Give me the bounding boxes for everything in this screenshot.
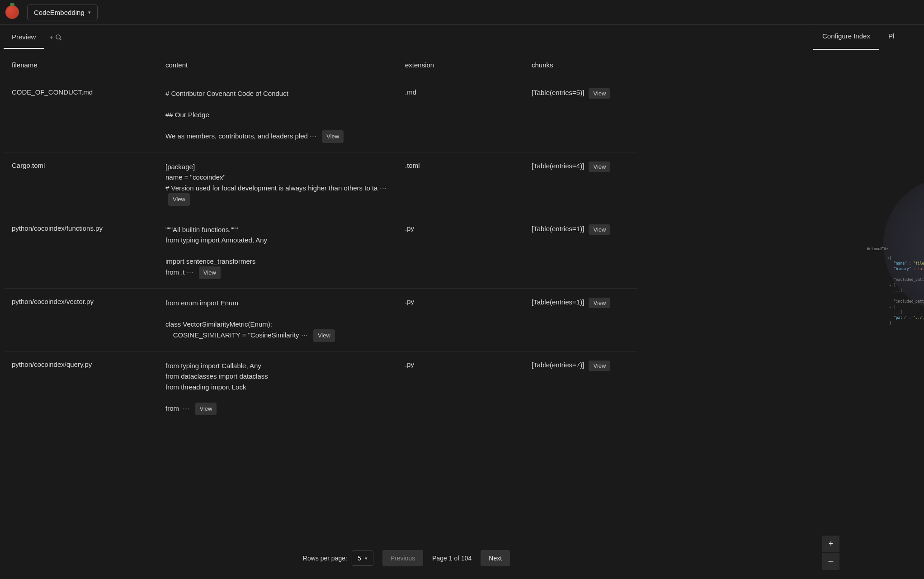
- cell-filename: python/cocoindex/query.py: [5, 351, 158, 425]
- zoom-in-button[interactable]: +: [822, 536, 839, 553]
- tab-configure-label: Configure Index: [822, 32, 870, 40]
- view-chunks-button[interactable]: View: [589, 88, 610, 99]
- graph-canvas[interactable]: LocalFile ▾{ "name" : "files" "binary" :…: [813, 50, 924, 579]
- table-row: CODE_OF_CONDUCT.md# Contributor Covenant…: [5, 79, 637, 152]
- cell-chunks: [Table(entries=4)] View: [524, 152, 637, 215]
- rows-per-page-select[interactable]: 5 ▾: [352, 551, 373, 566]
- cell-chunks: [Table(entries=5)] View: [524, 79, 637, 152]
- view-chunks-button[interactable]: View: [589, 298, 610, 308]
- cell-extension: .py: [398, 289, 524, 351]
- col-content: content: [158, 50, 398, 79]
- cell-content: from enum import Enum class VectorSimila…: [158, 289, 398, 351]
- tab-preview-label: Preview: [12, 33, 36, 41]
- table-row: python/cocoindex/query.pyfrom typing imp…: [5, 351, 637, 425]
- app-logo: [5, 5, 19, 19]
- cell-chunks: [Table(entries=1)] View: [524, 289, 637, 351]
- table-row: Cargo.toml[package] name = "cocoindex" #…: [5, 152, 637, 215]
- cell-extension: .py: [398, 215, 524, 289]
- tab-preview[interactable]: Preview: [4, 26, 44, 49]
- view-content-button[interactable]: View: [199, 266, 221, 279]
- cell-content: [package] name = "cocoindex" # Version u…: [158, 152, 398, 215]
- previous-button[interactable]: Previous: [382, 550, 423, 566]
- zoom-controls: + −: [822, 536, 839, 570]
- view-chunks-button[interactable]: View: [589, 161, 610, 172]
- cell-filename: python/cocoindex/functions.py: [5, 215, 158, 289]
- cell-extension: .py: [398, 351, 524, 425]
- tab-partial[interactable]: Pl: [879, 25, 903, 50]
- view-content-button[interactable]: View: [168, 193, 190, 206]
- data-table: filename content extension chunks CODE_O…: [5, 50, 637, 424]
- view-content-button[interactable]: View: [195, 403, 217, 415]
- project-selector-label: CodeEmbedding: [34, 9, 85, 16]
- node-dot-icon: [867, 247, 870, 250]
- cell-content: from typing import Callable, Any from da…: [158, 351, 398, 425]
- next-button[interactable]: Next: [481, 550, 510, 566]
- cell-content: """All builtin functions.""" from typing…: [158, 215, 398, 289]
- search-icon: [55, 34, 62, 41]
- add-search-tab-button[interactable]: +: [44, 30, 67, 45]
- cell-extension: .toml: [398, 152, 524, 215]
- chevron-down-icon: ▾: [88, 9, 91, 15]
- cell-content: # Contributor Covenant Code of Conduct #…: [158, 79, 398, 152]
- tab-configure-index[interactable]: Configure Index: [813, 25, 879, 50]
- ellipsis-icon: ⋯: [187, 268, 194, 276]
- tab-partial-label: Pl: [888, 32, 894, 40]
- page-info: Page 1 of 104: [432, 555, 471, 562]
- view-content-button[interactable]: View: [313, 329, 335, 342]
- cell-filename: Cargo.toml: [5, 152, 158, 215]
- cell-chunks: [Table(entries=1)] View: [524, 215, 637, 289]
- ellipsis-icon: ⋯: [380, 184, 387, 192]
- view-chunks-button[interactable]: View: [589, 361, 610, 371]
- col-extension: extension: [398, 50, 524, 79]
- view-chunks-button[interactable]: View: [589, 224, 610, 235]
- cell-filename: CODE_OF_CONDUCT.md: [5, 79, 158, 152]
- cell-extension: .md: [398, 79, 524, 152]
- cell-chunks: [Table(entries=7)] View: [524, 351, 637, 425]
- chevron-down-icon: ▾: [365, 555, 368, 561]
- svg-point-0: [56, 35, 60, 39]
- view-content-button[interactable]: View: [322, 130, 344, 143]
- ellipsis-icon: ⋯: [310, 132, 317, 140]
- ellipsis-icon: ⋯: [301, 331, 309, 339]
- table-row: python/cocoindex/functions.py"""All buil…: [5, 215, 637, 289]
- cell-filename: python/cocoindex/vector.py: [5, 289, 158, 351]
- zoom-out-button[interactable]: −: [822, 553, 839, 570]
- ellipsis-icon: ⋯: [183, 404, 190, 412]
- graph-node-radial: [883, 177, 924, 313]
- svg-line-1: [60, 38, 61, 40]
- graph-node-label: LocalFile: [867, 247, 888, 251]
- table-row: python/cocoindex/vector.pyfrom enum impo…: [5, 289, 637, 351]
- plus-icon: +: [49, 34, 53, 41]
- col-chunks: chunks: [524, 50, 637, 79]
- project-selector[interactable]: CodeEmbedding ▾: [27, 5, 98, 20]
- rows-per-page-value: 5: [358, 555, 361, 562]
- rows-per-page-label: Rows per page:: [303, 555, 347, 562]
- col-filename: filename: [5, 50, 158, 79]
